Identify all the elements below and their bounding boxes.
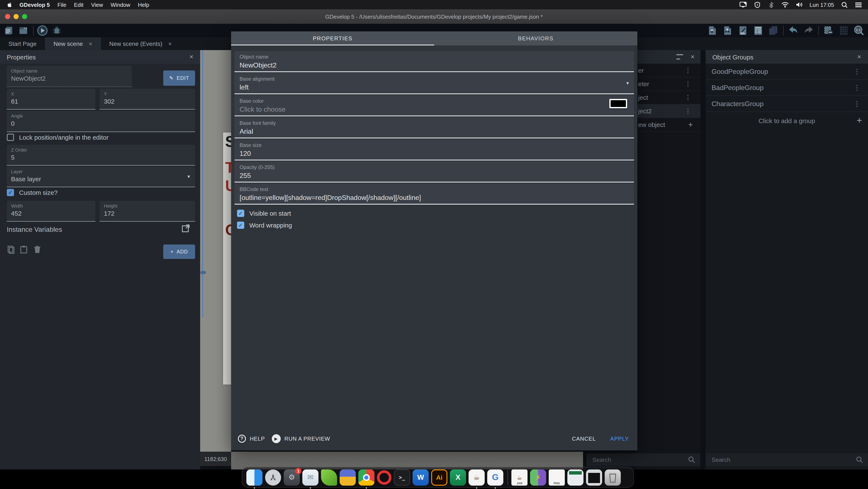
dock-flash-tool[interactable]: ⚡ xyxy=(530,469,546,485)
base-font-family-field[interactable]: Base font family Arial xyxy=(235,117,634,138)
add-object-row[interactable]: ew object+ xyxy=(637,118,701,132)
spotlight-search-icon[interactable] xyxy=(841,1,848,8)
dock-word[interactable]: W xyxy=(412,469,429,485)
more-options-icon[interactable]: ⋮ xyxy=(685,107,691,115)
instances-list-icon[interactable] xyxy=(753,25,764,36)
dock-system-preferences[interactable]: ⚙1 xyxy=(284,469,300,485)
z-order-field[interactable]: Z Order 5 xyxy=(7,145,195,166)
custom-size-checkbox[interactable]: ✓ xyxy=(7,189,14,196)
dialog-object-name-field[interactable]: Object name NewObject2 xyxy=(235,51,634,72)
apply-button[interactable]: APPLY xyxy=(610,435,629,442)
tab-behaviors[interactable]: BEHAVIORS xyxy=(434,31,637,46)
add-object-icon[interactable] xyxy=(707,25,718,36)
lock-position-row[interactable]: Lock position/angle in the editor xyxy=(7,134,108,141)
dock-finder[interactable] xyxy=(246,469,262,485)
mask-selection-icon[interactable] xyxy=(823,25,834,36)
zoom-original-icon[interactable]: 1:1 xyxy=(854,25,865,36)
display-mirroring-icon[interactable] xyxy=(740,1,747,8)
dock-mail[interactable]: ✉ xyxy=(302,469,318,485)
project-manager-icon[interactable] xyxy=(3,25,14,36)
help-button[interactable]: ? HELP xyxy=(238,434,265,442)
visible-on-start-checkbox[interactable]: ✓ xyxy=(237,210,244,217)
dock-illustrator[interactable]: Ai xyxy=(431,469,447,485)
dock-opera[interactable] xyxy=(377,470,392,485)
custom-size-row[interactable]: ✓ Custom size? xyxy=(7,189,58,196)
scene-properties-icon[interactable] xyxy=(737,25,748,36)
more-options-icon[interactable]: ⋮ xyxy=(685,94,691,101)
run-preview-button[interactable]: ▶ RUN A PREVIEW xyxy=(272,434,330,443)
object-row[interactable]: er⋮ xyxy=(637,64,701,77)
tab-new-scene-events[interactable]: New scene (Events)× xyxy=(101,37,180,50)
dock-chrome[interactable] xyxy=(358,469,374,485)
word-wrapping-checkbox[interactable]: ✓ xyxy=(237,222,244,229)
more-options-icon[interactable]: ⋮ xyxy=(685,80,691,88)
dock-png-file[interactable]: PNG xyxy=(549,469,565,485)
paste-icon[interactable] xyxy=(20,246,28,254)
dock-jar-file[interactable]: ☕JAR xyxy=(512,469,527,485)
base-alignment-field[interactable]: Base alignment left ▼ xyxy=(235,73,634,94)
opacity-field[interactable]: Opacity (0-255) 255 xyxy=(235,161,634,182)
group-row[interactable]: GoodPeopleGroup⋮ xyxy=(706,64,868,80)
object-row-selected[interactable]: ject2⋮ xyxy=(637,105,701,118)
tab-new-scene[interactable]: New scene× xyxy=(45,37,101,50)
redo-icon[interactable] xyxy=(803,25,814,36)
base-size-field[interactable]: Base size 120 xyxy=(235,139,634,161)
plus-icon[interactable]: + xyxy=(857,115,862,126)
scene-canvas[interactable]: S T U O xyxy=(200,50,231,452)
visible-on-start-row[interactable]: ✓ Visible on start xyxy=(237,210,291,217)
filter-icon[interactable] xyxy=(676,54,683,59)
group-row[interactable]: CharactersGroup⋮ xyxy=(706,96,868,112)
selection-handle[interactable] xyxy=(200,271,206,274)
lock-position-checkbox[interactable] xyxy=(7,134,14,141)
close-panel-icon[interactable]: × xyxy=(189,53,193,61)
base-color-field[interactable]: Base color Click to choose xyxy=(235,95,634,116)
text-object-preview[interactable]: S T U O xyxy=(223,132,231,385)
close-panel-icon[interactable]: × xyxy=(690,53,694,61)
tab-properties[interactable]: PROPERTIES xyxy=(231,31,434,46)
menu-item-help[interactable]: Help xyxy=(138,1,149,8)
base-color-swatch[interactable] xyxy=(609,99,627,108)
dock-terminal[interactable]: >_ xyxy=(394,469,410,485)
dock-java[interactable]: ☕ xyxy=(469,469,485,485)
chevron-down-icon[interactable]: ▼ xyxy=(625,81,630,86)
open-in-new-icon[interactable] xyxy=(182,224,190,233)
chevron-down-icon[interactable]: ▼ xyxy=(187,174,191,179)
y-position-field[interactable]: Y 302 xyxy=(100,89,195,110)
layer-select-field[interactable]: Layer Base layer ▼ xyxy=(7,166,195,187)
dock-trash[interactable] xyxy=(605,469,621,485)
security-shield-icon[interactable] xyxy=(753,1,761,8)
close-tab-icon[interactable]: × xyxy=(168,40,172,47)
wifi-icon[interactable] xyxy=(781,1,789,8)
menu-app-name[interactable]: GDevelop 5 xyxy=(20,1,50,8)
groups-search-input[interactable] xyxy=(706,456,856,463)
menu-item-file[interactable]: File xyxy=(58,1,66,8)
object-row[interactable]: ject⋮ xyxy=(637,91,701,105)
export-preview-window-icon[interactable] xyxy=(18,25,29,36)
more-options-icon[interactable]: ⋮ xyxy=(854,84,860,92)
dock-launchpad[interactable] xyxy=(265,469,281,485)
close-tab-icon[interactable]: × xyxy=(89,40,92,47)
menu-clock[interactable]: Lun 17:05 xyxy=(809,1,834,8)
edit-object-button[interactable]: ✎ EDIT xyxy=(163,70,195,86)
word-wrapping-row[interactable]: ✓ Word wrapping xyxy=(237,222,292,229)
plus-icon[interactable]: + xyxy=(688,120,693,129)
play-preview-icon[interactable] xyxy=(37,25,48,36)
dock-minimized-excel-window[interactable] xyxy=(567,469,584,485)
dock-transmit[interactable] xyxy=(340,469,356,485)
object-row[interactable]: eter⋮ xyxy=(637,77,701,91)
bbcode-text-field[interactable]: BBCode text [outline=yellow][shadow=red]… xyxy=(235,183,634,205)
dock-minimized-app-window[interactable] xyxy=(586,469,602,485)
undo-icon[interactable] xyxy=(788,25,799,36)
trash-icon[interactable] xyxy=(33,246,41,254)
bluetooth-icon[interactable] xyxy=(768,1,775,8)
menu-item-edit[interactable]: Edit xyxy=(74,1,84,8)
add-variable-button[interactable]: + ADD xyxy=(163,244,195,259)
apple-logo-icon[interactable] xyxy=(7,2,13,8)
width-field[interactable]: Width 452 xyxy=(7,201,95,222)
cancel-button[interactable]: CANCEL xyxy=(572,435,596,442)
angle-field[interactable]: Angle 0 xyxy=(7,111,195,132)
tab-start-page[interactable]: Start Page xyxy=(0,37,45,50)
layers-icon[interactable] xyxy=(768,25,779,36)
dock-coteditor[interactable] xyxy=(321,469,337,485)
height-field[interactable]: Height 172 xyxy=(100,201,195,222)
